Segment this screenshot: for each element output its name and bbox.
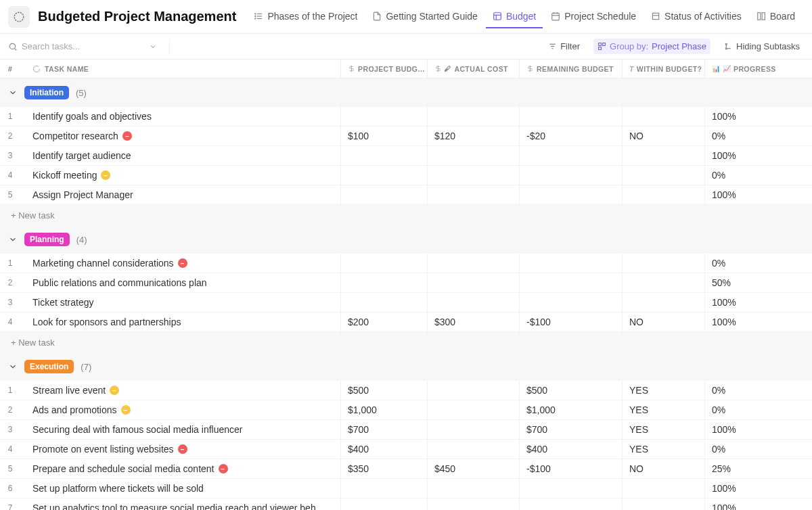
cell-actual[interactable] [427,400,519,419]
cell-within[interactable]: YES [622,440,704,459]
cell-within[interactable]: NO [622,312,704,331]
cell-budget[interactable] [340,273,427,292]
table-row[interactable]: 1 Identify goals and objectives 100% [0,107,812,126]
tab-phases-of-the-project[interactable]: Phases of the Project [247,5,364,28]
cell-budget[interactable]: $100 [340,126,427,145]
task-name[interactable]: Ticket strategy [20,297,340,308]
col-progress[interactable]: 📊 📈 PROGRESS [704,60,812,78]
cell-budget[interactable]: $200 [340,312,427,331]
table-row[interactable]: 6 Set up platform where tickets will be … [0,479,812,499]
cell-actual[interactable]: $300 [427,312,519,331]
cell-budget[interactable]: $400 [340,440,427,459]
cell-actual[interactable] [427,440,519,459]
cell-within[interactable]: YES [622,381,704,400]
filter-button[interactable]: Filter [544,39,584,54]
cell-actual[interactable] [427,185,519,204]
col-budget[interactable]: PROJECT BUDG… [340,60,427,78]
cell-progress[interactable]: 100% [704,420,812,439]
cell-remaining[interactable] [519,499,622,510]
cell-progress[interactable]: 0% [704,166,812,185]
cell-progress[interactable]: 100% [704,499,812,510]
chevron-down-icon[interactable] [8,362,18,371]
cell-remaining[interactable]: -$100 [519,459,622,478]
task-name[interactable]: Assign Project Manager [20,189,340,200]
table-row[interactable]: 2 Ads and promotions− $1,000 $1,000 YES … [0,400,812,420]
table-row[interactable]: 2 Competitor research− $100 $120 -$20 NO… [0,126,812,146]
tab-budget[interactable]: Budget [486,5,543,28]
cell-actual[interactable] [427,499,519,510]
task-name[interactable]: Kickoff meeting− [20,170,340,181]
col-remaining[interactable]: REMAINING BUDGET [519,60,622,78]
cell-within[interactable] [622,273,704,292]
tab-board[interactable]: Board [750,5,802,28]
table-row[interactable]: 5 Assign Project Manager 100% [0,185,812,205]
cell-progress[interactable]: 100% [704,146,812,165]
cell-actual[interactable] [427,146,519,165]
cell-remaining[interactable]: $400 [519,440,622,459]
cell-within[interactable]: NO [622,459,704,478]
table-row[interactable]: 4 Look for sponsors and partnerships $20… [0,312,812,332]
table-row[interactable]: 1 Marketing channel considerations− 0% [0,254,812,273]
cell-actual[interactable] [427,107,519,126]
cell-remaining[interactable] [519,273,622,292]
cell-within[interactable]: NO [622,126,704,145]
table-row[interactable]: 4 Kickoff meeting− 0% [0,166,812,185]
cell-progress[interactable]: 100% [704,107,812,126]
cell-remaining[interactable] [519,107,622,126]
table-row[interactable]: 1 Stream live event− $500 $500 YES 0% [0,381,812,400]
new-task-button[interactable]: + New task [0,332,812,352]
group-badge[interactable]: Execution [24,360,74,373]
cell-actual[interactable] [427,166,519,185]
cell-progress[interactable]: 0% [704,400,812,419]
task-name[interactable]: Set up analytics tool to measure social … [20,503,340,510]
cell-remaining[interactable] [519,293,622,312]
cell-remaining[interactable]: $700 [519,420,622,439]
col-actual[interactable]: 🖋 ACTUAL COST [427,60,519,78]
cell-actual[interactable] [427,420,519,439]
task-name[interactable]: Stream live event− [20,385,340,396]
cell-remaining[interactable]: $1,000 [519,400,622,419]
cell-actual[interactable]: $120 [427,126,519,145]
task-name[interactable]: Set up platform where tickets will be so… [20,483,340,494]
chevron-down-icon[interactable] [8,88,18,97]
cell-remaining[interactable] [519,254,622,273]
cell-budget[interactable]: $500 [340,381,427,400]
task-name[interactable]: Identify target audience [20,150,340,161]
cell-progress[interactable]: 100% [704,312,812,331]
cell-actual[interactable] [427,293,519,312]
table-row[interactable]: 4 Promote on event listing websites− $40… [0,440,812,459]
cell-within[interactable] [622,254,704,273]
cell-within[interactable]: YES [622,400,704,419]
task-name[interactable]: Promote on event listing websites− [20,444,340,455]
task-name[interactable]: Identify goals and objectives [20,111,340,122]
cell-remaining[interactable] [519,185,622,204]
cell-remaining[interactable] [519,479,622,498]
cell-actual[interactable] [427,254,519,273]
cell-remaining[interactable]: -$100 [519,312,622,331]
cell-actual[interactable] [427,479,519,498]
cell-within[interactable]: YES [622,420,704,439]
group-badge[interactable]: Initiation [24,86,69,99]
cell-within[interactable] [622,293,704,312]
table-row[interactable]: 2 Public relations and communications pl… [0,273,812,293]
col-within[interactable]: T WITHIN BUDGET? [622,60,704,78]
cell-remaining[interactable]: -$20 [519,126,622,145]
cell-within[interactable] [622,185,704,204]
col-task-name[interactable]: TASK NAME [20,65,340,73]
table-row[interactable]: 5 Prepare and schedule social media cont… [0,459,812,479]
cell-actual[interactable] [427,273,519,292]
table-row[interactable]: 7 Set up analytics tool to measure socia… [0,499,812,510]
cell-within[interactable] [622,479,704,498]
cell-within[interactable] [622,499,704,510]
task-name[interactable]: Marketing channel considerations− [20,258,340,269]
cell-within[interactable] [622,107,704,126]
cell-budget[interactable]: $350 [340,459,427,478]
tab-project-schedule[interactable]: Project Schedule [544,5,643,28]
cell-within[interactable] [622,146,704,165]
cell-progress[interactable]: 0% [704,440,812,459]
cell-progress[interactable]: 0% [704,126,812,145]
cell-actual[interactable]: $450 [427,459,519,478]
group-badge[interactable]: Planning [24,233,70,246]
chevron-down-icon[interactable] [8,235,18,244]
new-task-button[interactable]: + New task [0,205,812,225]
